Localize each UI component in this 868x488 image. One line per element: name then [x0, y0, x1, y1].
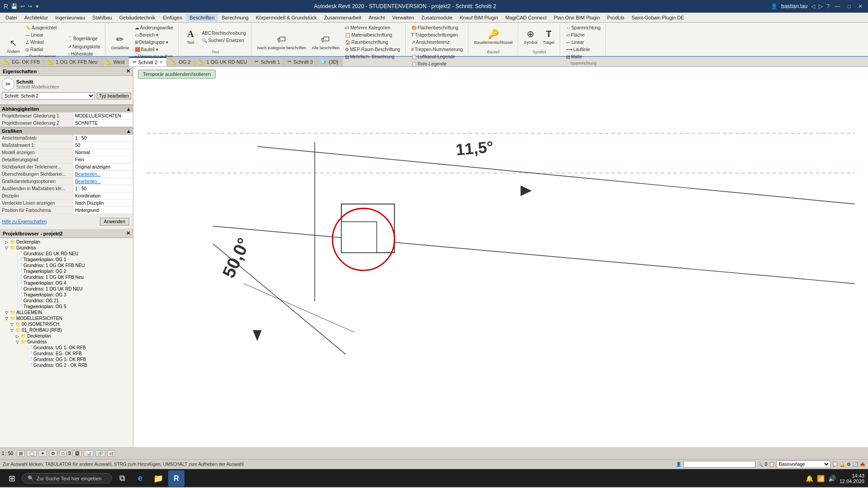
ribbon-btn-matte[interactable]: ▤ Matte [564, 53, 603, 60]
view-ctrl-shadow[interactable]: ⚙ [49, 450, 57, 457]
ribbon-btn-mehrere-kategorien[interactable]: 🏷 Mehrere Kategorien [343, 24, 402, 31]
ribbon-btn-traegerbeschriftungen[interactable]: T Trägerbeschriftungen [409, 32, 465, 38]
tab-1og-ok-ffb-neu[interactable]: 📐 1 OG OK FFB Neu [44, 57, 101, 66]
ribbon-btn-ansichtsreferenz[interactable]: ↗ Ansichtsreferenz [409, 39, 465, 46]
tree-ug1-ok-rfb[interactable]: 📄 Grundriss: UG 1- OK RFB [2, 345, 131, 351]
tree-og2-ok-rfb[interactable]: 📄 Grundriss: OG 2 - OK RFB [2, 362, 131, 368]
tray-volume-icon[interactable]: 🔊 [828, 475, 836, 482]
tree-grundriss[interactable]: ▽ 📁 Grundriss [2, 245, 131, 251]
tab-schnitt-3[interactable]: ✂ Schnitt 3 [284, 57, 317, 66]
menu-magicad[interactable]: MagiCAD Connect [502, 14, 550, 21]
ribbon-btn-aenderungswolke[interactable]: ☁ Änderungswolke [132, 24, 176, 31]
view-ctrl-chart[interactable]: 📊 [84, 450, 94, 457]
view-ctrl-detail[interactable]: 📋 [27, 450, 37, 457]
tree-1og-ok-ffb-neu[interactable]: 📄 Grundriss: 1 OG OK FFB NEU [2, 263, 131, 268]
menu-datei[interactable]: Datei [2, 14, 21, 21]
status-search-input[interactable] [683, 461, 755, 468]
tray-notification-icon[interactable]: 🔔 [806, 475, 813, 482]
tab-close-schnitt-2[interactable]: ✕ [159, 60, 163, 65]
ribbon-btn-detaillinie[interactable]: ✏ Detaillinie [109, 31, 131, 54]
ribbon-btn-flaeche[interactable]: ▭ Fläche [564, 32, 603, 38]
ribbon-btn-treppen-nummerierung[interactable]: # Treppen-Nummerierung [409, 46, 465, 53]
ribbon-btn-suchen[interactable]: 🔍 Suchen/ Ersetzen [199, 37, 248, 44]
menu-zusammenarbeit[interactable]: Zusammenarbeit [321, 14, 365, 21]
menu-gebaeudetechnik[interactable]: Gebäudetechnik [116, 14, 159, 21]
quickaccess-redo[interactable]: ↪ [28, 3, 32, 9]
tree-1og-ok-ffb-neu2[interactable]: 📄 Grundriss: 1 OG OK FFB Neu [2, 274, 131, 280]
menu-architektur[interactable]: Architektur [21, 14, 52, 21]
canvas-area[interactable]: Temporär ausblenden/isolieren [133, 67, 868, 447]
menu-planone[interactable]: Plan.One BIM Plugin [550, 14, 604, 21]
tab-3d[interactable]: 🧊 {3D} [317, 57, 342, 66]
ribbon-btn-hoehnekote[interactable]: ↕ Höhenkote [66, 51, 102, 57]
ribbon-btn-alle-beschriften[interactable]: 🏷 Alle beschriften [310, 31, 342, 54]
view-ctrl-sun[interactable]: ☀ [38, 450, 47, 457]
tab-schnitt-2[interactable]: ✂ Schnitt 2 ✕ [129, 57, 167, 66]
minimize-button[interactable]: — [833, 3, 842, 9]
tree-modelliersichten[interactable]: ▽ 📁 MODELLIERSICHTEN [2, 315, 131, 321]
tab-schnitt-1[interactable]: ✂ Schnitt 1 [251, 57, 284, 66]
ribbon-btn-bereich[interactable]: ▭ Bereich ▾ [132, 32, 176, 38]
prop-section-graphics[interactable]: Grafiken ▲ [0, 127, 133, 135]
ribbon-btn-nach-kategorie[interactable]: 🏷 Nach Kategorie beschriften [255, 31, 309, 54]
prop-scroll[interactable]: Abhängigkeiten ▲ Projektbrowser Gliederu… [0, 105, 133, 229]
ribbon-btn-bauelementschluessel[interactable]: 🔑 Bauelementschlüssel [472, 25, 515, 48]
view-ctrl-crop[interactable]: □ [59, 450, 66, 457]
tree-deckenplan[interactable]: ▷ 📁 Deckenplan [2, 239, 131, 245]
close-button[interactable]: ✕ [856, 3, 864, 9]
properties-close-button[interactable]: ✕ [126, 68, 130, 74]
tree-og2[interactable]: 📄 Tragwerksplan: OG 2 [2, 268, 131, 274]
tree-og5[interactable]: 📄 Tragwerksplan: OG 5 [2, 304, 131, 310]
menu-stahlbau[interactable]: Stahlbau [89, 14, 115, 21]
tree-og1-ok-rfb[interactable]: 📄 Grundriss: OG 1- OK RFB [2, 357, 131, 362]
taskbar-explorer[interactable]: 📁 [150, 470, 166, 487]
tree-01-rohbau[interactable]: ▽ 📁 01_ROHBAU (RFB) [2, 327, 131, 333]
tree-og1[interactable]: 📄 Tragwerksplan: OG 1 [2, 257, 131, 263]
menu-saintgobain[interactable]: Saint-Gobain Plugin DE [628, 14, 688, 21]
tab-og2[interactable]: 📐 OG 2 [167, 57, 194, 66]
tree-00-isometrisch[interactable]: ▽ 📁 00 ISOMETRISCH [2, 321, 131, 327]
tree-og4[interactable]: 📄 Tragwerksplan: OG 4 [2, 280, 131, 286]
ribbon-btn-raumbeschriftung[interactable]: 🏠 Raumbeschriftung [343, 39, 402, 46]
quickaccess-save[interactable]: 💾 [11, 3, 18, 9]
menu-verwalten[interactable]: Verwalten [388, 14, 417, 21]
quickaccess-dropdown[interactable]: ▼ [35, 4, 39, 9]
tab-1og-uk-rd-neu[interactable]: 📐 1 OG UK RD NEU [195, 57, 251, 66]
ribbon-btn-neigungskote[interactable]: ↗ Neigungskote [66, 43, 102, 50]
nav-next[interactable]: ▷ [819, 3, 823, 9]
menu-einfuegen[interactable]: Einfügen [159, 14, 186, 21]
apply-button[interactable]: Anwenden [100, 218, 129, 225]
ribbon-btn-luftkanal-legende[interactable]: 📋 Luftkanal-Legende [409, 53, 465, 60]
ribbon-btn-linear[interactable]: — Linear [23, 32, 65, 38]
tree-1og-uk-rd-neu[interactable]: 📄 Grundriss: 1 OG UK RD NEU [2, 286, 131, 292]
view-ctrl-frame[interactable]: 🖼 [73, 450, 82, 457]
tree-og21[interactable]: 📄 Grundriss: OG 21 [2, 298, 131, 304]
restore-button[interactable]: □ [846, 3, 853, 9]
menu-koerpermodell[interactable]: Körpermodell & Grundstück [252, 14, 321, 21]
ribbon-btn-flaechenbeschriftung[interactable]: 🎨 Flächenbeschriftung [409, 24, 465, 31]
tree-allgemein[interactable]: ▽ 📁 ALLGEMEIN [2, 310, 131, 315]
taskbar-windows-start[interactable]: ⊞ [4, 470, 20, 487]
ribbon-btn-lauflinie[interactable]: ⟶ Lauflinie [564, 46, 603, 53]
view-ctrl-back[interactable]: ◁ [107, 450, 115, 457]
menu-ansicht[interactable]: Ansicht [365, 14, 388, 21]
ribbon-btn-mep-raum[interactable]: ⚙ MEP-Raum-Beschriftung [343, 46, 402, 53]
tree-eg-uk-rd-neu[interactable]: 📄 Grundriss: EG UK RD NEU [2, 251, 131, 257]
type-selector-dropdown[interactable]: Schnitt: Schnitt 2 [2, 92, 95, 100]
ribbon-btn-ausgerichtet[interactable]: 📏 Ausgerichtet [23, 24, 65, 31]
ribbon-btn-spannrichtung[interactable]: ↔ Spannrichtung [564, 24, 603, 31]
ribbon-btn-bauteil[interactable]: 🧱 Bauteil ▾ [132, 46, 176, 53]
view-ctrl-link[interactable]: 🔗 [95, 450, 105, 457]
ribbon-btn-rechtschreibung[interactable]: ABC Rechtschreibung [199, 30, 248, 37]
ribbon-btn-aendern[interactable]: ↖ Ändern [5, 34, 22, 58]
menu-prodlib[interactable]: ProdLib [604, 14, 628, 21]
tree-deckenplan2[interactable]: ▷ 📁 Deckenplan [2, 333, 131, 339]
taskbar-task-view[interactable]: ⧉ [114, 470, 130, 487]
menu-knauf[interactable]: Knauf BIM Plugin [456, 14, 502, 21]
ribbon-btn-text[interactable]: A Text [182, 25, 198, 48]
taskbar-edge[interactable]: e [132, 470, 148, 487]
prop-section-constraints[interactable]: Abhängigkeiten ▲ [0, 105, 133, 113]
ribbon-btn-detailgruppe[interactable]: ⊞ Detailgruppe ▾ [132, 39, 176, 46]
ribbon-btn-rohr-legende[interactable]: 📋 Rohr-Legende [409, 61, 465, 67]
ribbon-btn-radial[interactable]: ◎ Radial [23, 46, 65, 53]
